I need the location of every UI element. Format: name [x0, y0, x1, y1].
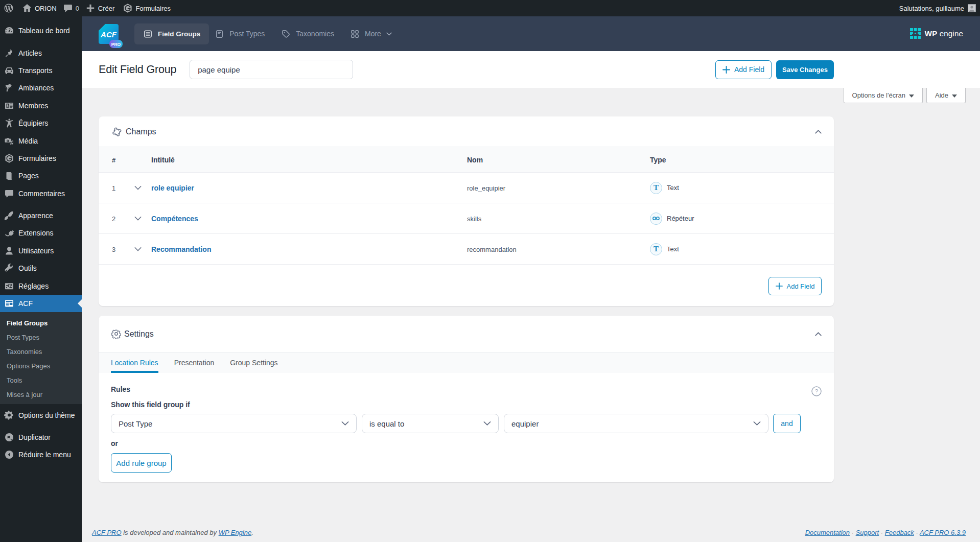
svg-text:ACF: ACF [100, 30, 117, 38]
svg-text:PRO: PRO [111, 41, 121, 46]
svg-text:?: ? [815, 388, 818, 394]
